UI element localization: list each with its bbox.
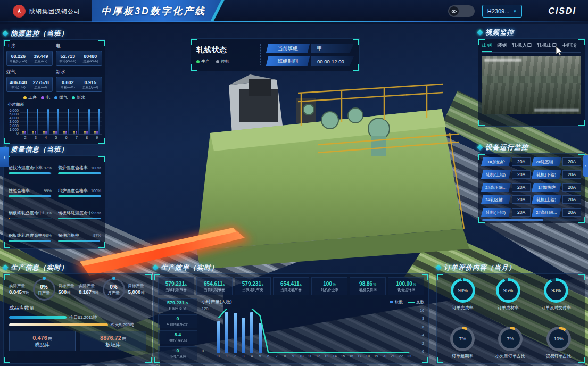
energy-bar (84, 131, 86, 135)
order-gauge-value: 93% (544, 278, 568, 303)
hours-rtick: 0 (422, 350, 424, 353)
video-tab-出钢[interactable]: 出钢 (482, 42, 492, 52)
line-status-row: 班组时间00:00-12:00 (267, 56, 354, 66)
eff-stat-card: 100%轧机作业率 (311, 277, 347, 295)
quality-item: 钢板终轧温度命中率99% (58, 206, 101, 224)
video-tab-轧机出口[interactable]: 轧机出口 (537, 42, 557, 51)
order-gauge: 7%订单超期率 (450, 327, 475, 359)
device-cell: 1#加热炉20A (482, 157, 531, 166)
energy-metric-value: 277578 (33, 80, 49, 85)
energy-xaxis: 23456789 (20, 135, 102, 140)
hours-chart-title: 小时产量(大板) (202, 299, 232, 305)
energy-bar-group (71, 109, 81, 135)
stock-bar-text: 昨天5,293吨 (111, 322, 134, 328)
video-tab-中间冷[interactable]: 中间冷 (562, 42, 577, 51)
eff-side-label: 当前待轧坯(块) (167, 322, 188, 327)
energy-bar-group (82, 109, 92, 135)
eff-side-value: 8.4 (175, 332, 181, 338)
energy-bar (37, 109, 38, 135)
energy-metric: 煤气486.040单耗(m³/t)277578总量(m³) (6, 69, 53, 92)
eff-side-card: 0小时产量(t) (158, 346, 197, 360)
eff-stat-card: 98.86%轧机负荷率 (350, 277, 386, 295)
quality-value: 99% (93, 211, 101, 215)
line-status-divider (260, 44, 261, 65)
quality-progress-fill (9, 218, 10, 220)
energy-bar-group (51, 109, 61, 135)
order-gauge-label: 订单超期率 (452, 353, 473, 359)
order-gauge: 93%订单及时交付率 (541, 278, 571, 311)
store-value: 0.476吨 (32, 334, 52, 342)
energy-metric-name: 煤气 (6, 69, 53, 76)
right-collapse-tab[interactable]: › (583, 155, 588, 177)
eff-stat-unit: s (262, 282, 263, 286)
device-chip: 轧机(上辊) (481, 170, 511, 179)
energy-metric-value: 68.226 (11, 54, 26, 59)
device-label: 2#高压除... (485, 184, 507, 190)
order-gauge-value: 7% (498, 327, 523, 351)
orders-panel-header: 订单评价内容（当月） (436, 263, 585, 272)
dot-marker-icon (390, 301, 393, 303)
actual-label: 实际产量 (9, 284, 30, 288)
legend-item: 电 (41, 95, 50, 101)
device-cell: 轧机(下辊)20A (482, 208, 531, 217)
energy-metric-name: 电 (56, 43, 102, 49)
hours-chart: 120 0 1086420 01234567891011121314151617… (202, 306, 424, 360)
energy-metric-label: 单耗(kgce/t) (10, 59, 27, 63)
quality-item: 钢板终轧凸度命中率3% (9, 206, 52, 224)
quality-label: 探伤合格率 (58, 232, 79, 238)
energy-ytick: 6,000 (9, 109, 19, 112)
quality-progress-fill (58, 218, 101, 220)
order-gauge-label: 订单成材率 (498, 305, 519, 311)
hours-xtick: 2 (231, 354, 239, 360)
panel-energy: 能源监控（当班） 工序68.226单耗(kgce/t)39.449总量(tce)… (3, 29, 105, 145)
actual-value: 0.045万吨 (9, 289, 30, 295)
video-tab-装钢[interactable]: 装钢 (497, 42, 507, 51)
energy-bar (98, 109, 100, 135)
target-label: 目标产量 (128, 284, 149, 288)
quality-value: 3% (46, 211, 52, 215)
energy-bar-group (41, 109, 51, 135)
device-chip: 2#高压除... (532, 208, 561, 217)
eff-side-value: 579.231 s (167, 300, 188, 306)
quality-item: 性能合格率99% (9, 183, 52, 201)
eff-stat-value: 100% (323, 280, 335, 287)
line-status-chip-label: 当前班组 (278, 45, 298, 52)
energy-bar (43, 131, 45, 135)
line-status-row: 当前班组甲 (267, 44, 354, 53)
device-label: 2#轧区辅... (536, 159, 557, 165)
hours-xtick: 10 (297, 354, 306, 360)
device-value: 20A (512, 170, 531, 179)
eff-stat-unit: s (185, 282, 187, 286)
prod-ring-gauge: 0%月产量 (103, 278, 125, 301)
diamond-icon (2, 264, 8, 270)
left-collapse-tab[interactable]: ‹ (0, 147, 9, 167)
energy-ytick: 2,000 (9, 124, 19, 128)
legend-label: 电 (46, 95, 50, 101)
video-feed[interactable] (482, 56, 581, 114)
eff-stat-card: 654.611s当日轧制节奏 (196, 277, 233, 295)
panel-efficiency: 生产效率（实时） 579.231s当班轧制节奏654.611s当日轧制节奏579… (153, 263, 429, 364)
eff-stat-value: 579.231s (242, 280, 263, 287)
energy-bar (55, 131, 57, 135)
energy-bar (63, 131, 65, 135)
devices-scrollbar-thumb[interactable] (482, 219, 543, 221)
stock-bar-text: 今日61.2011吨 (69, 314, 97, 320)
quality-label: 钢板终轧厚度命中率 (9, 232, 44, 238)
eff-stat-value: 100.00% (396, 280, 416, 287)
hours-rtick: 4 (422, 333, 424, 337)
visibility-toggle[interactable] (448, 5, 475, 17)
device-value: 20A (562, 157, 581, 166)
quality-progress-track (58, 172, 101, 174)
status-dot (216, 60, 219, 63)
device-cell: 轧机(上辊)20A (533, 195, 581, 204)
status-legend-item: 生产 (196, 59, 210, 64)
video-tab-轧机入口[interactable]: 轧机入口 (512, 42, 532, 51)
status-legend-label: 生产 (201, 59, 210, 64)
page-title: 中厚板3D数字化产线 (101, 5, 206, 18)
panel-devices: 设备运行监控 1#加热炉20A2#轧区辅...20A轧机(上辊)20A轧机(下辊… (478, 143, 585, 223)
device-chip: 轧机(上辊) (532, 195, 561, 204)
legend-dot (72, 96, 75, 99)
eff-side-label: 台时产量(t/h) (168, 338, 187, 343)
energy-metric-label: 总量(kWh) (82, 59, 98, 63)
heat-number-dropdown[interactable]: H2309... ▼ (482, 5, 523, 18)
